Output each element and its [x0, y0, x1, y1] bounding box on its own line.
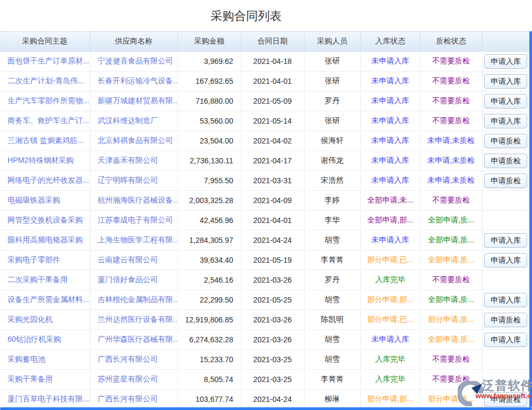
supplier-link[interactable]: 辽宁明晖有限公司	[98, 176, 158, 184]
stock-status-cell: 未申请入库	[360, 111, 420, 131]
apply-stock-in-button[interactable]: 申请入库	[484, 293, 527, 307]
qc-status: 不需要质检	[432, 76, 470, 85]
contract-subject-link[interactable]: 三湘古镇 盐焗素鸡筋...	[8, 136, 84, 145]
contract-subject-link[interactable]: 商务车、救护车生产订...	[8, 116, 89, 125]
supplier-link[interactable]: 武汉科维达制造厂	[98, 116, 158, 125]
contract-subject-link[interactable]: 网络电子的光纤收发器...	[8, 176, 89, 184]
supplier-link[interactable]: 吉林楷伦金属制品有限...	[98, 295, 178, 304]
stock-status-cell: 未申请入库	[360, 151, 420, 171]
person-cell: 李婷	[304, 191, 360, 211]
contract-subject-link[interactable]: 面包饼干生产订单原材...	[8, 56, 89, 65]
subject-cell: 眼科用高频电铬器采购	[0, 231, 90, 250]
subject-cell: 商务车、救护车生产订...	[0, 111, 90, 131]
contract-subject-link[interactable]: 网管型交换机设备采购	[8, 215, 83, 224]
amount-cell: 1,284,305.97	[178, 231, 241, 250]
date-cell: 2021-04-02	[241, 131, 304, 151]
contract-subject-link[interactable]: 采购蓄电池	[8, 355, 45, 363]
contract-subject-link[interactable]: 二次生产计划-青岛伟...	[8, 76, 84, 85]
contract-subject-link[interactable]: 60钴治疗机采购	[8, 335, 61, 343]
contract-subject-link[interactable]: 眼科用高频电铬器采购	[8, 235, 83, 244]
contract-subject-link[interactable]: 采购电子零部件	[8, 255, 60, 264]
stock-status: 入库完毕	[375, 375, 406, 383]
amount-cell: 716,880.00	[178, 91, 241, 111]
column-header-1: 采购合同主题	[0, 32, 90, 52]
qc-status: 不需要质检	[432, 355, 470, 363]
subject-cell: 采购蓄电池	[0, 350, 90, 370]
action-cell	[482, 191, 529, 211]
supplier-cell: 兰州达然医疗设备有限...	[90, 310, 178, 330]
action-cell	[482, 350, 529, 370]
contract-subject-link[interactable]: HPM2特殊钢材采购	[8, 156, 74, 164]
supplier-cell: 厦门倍好食品公司	[90, 270, 178, 290]
subject-cell: 设备生产所需金属材料...	[0, 290, 90, 310]
table-body: 面包饼干生产订单原材...宁波健喜食品有限公司3,969.622021-04-1…	[0, 52, 529, 409]
action-cell: 申请质检	[482, 310, 529, 330]
apply-qc-button[interactable]: 申请质检	[484, 313, 527, 327]
qc-status: 未申请,未质检	[428, 136, 475, 145]
supplier-cell: 天津嘉禾有限公司	[90, 151, 178, 171]
contract-subject-link[interactable]: 二次采购干果备用	[8, 275, 68, 284]
apply-stock-in-button[interactable]: 申请入库	[484, 54, 527, 69]
stock-status: 部分申请,已...	[367, 315, 414, 323]
supplier-link[interactable]: 云南建云有限公司	[98, 255, 158, 264]
apply-qc-button[interactable]: 申请质检	[484, 154, 527, 168]
qc-status-cell: 部分申请,质...	[420, 390, 482, 409]
apply-stock-in-button[interactable]: 申请入库	[484, 233, 527, 248]
stock-status: 入库完毕	[375, 355, 406, 363]
action-cell: 申请入库	[482, 250, 529, 270]
date-cell: 2021-04-17	[241, 151, 304, 171]
amount-cell: 2,546.16	[178, 270, 241, 290]
contract-subject-link[interactable]: 生产汽车零部件所需物...	[8, 96, 89, 105]
supplier-link[interactable]: 苏州蓝星有限公司	[98, 375, 158, 383]
contract-subject-link[interactable]: 厦门百草电子科技有限...	[8, 394, 89, 403]
supplier-link[interactable]: 上海生物医学工程有限...	[98, 235, 178, 244]
contract-subject-link[interactable]: 设备生产所需金属材料...	[8, 295, 89, 304]
qc-status-cell: 不需要质检	[420, 370, 482, 390]
supplier-link[interactable]: 厦门倍好食品公司	[98, 275, 158, 284]
supplier-cell: 广西长河有限公司	[90, 350, 178, 370]
stock-status-cell: 未申请入库	[360, 231, 420, 250]
supplier-link[interactable]: 宁波健喜食品有限公司	[98, 56, 173, 65]
apply-stock-in-button[interactable]: 申请入库	[484, 253, 527, 268]
supplier-link[interactable]: 北京鲜祺食品有限公司	[98, 136, 173, 145]
supplier-link[interactable]: 广西长河有限公司	[98, 355, 158, 363]
supplier-link[interactable]: 天津嘉禾有限公司	[98, 156, 158, 164]
contract-subject-link[interactable]: 电磁吸铁器采购	[8, 196, 60, 204]
action-cell: 申请质检	[482, 390, 529, 409]
apply-stock-in-button[interactable]: 申请入库	[484, 114, 527, 128]
apply-stock-in-button[interactable]: 申请入库	[484, 333, 527, 347]
qc-status-cell: 不需要质检	[420, 71, 482, 91]
qc-status-cell: 不需要质检	[420, 52, 482, 71]
supplier-link[interactable]: 新疆万城建材贸易有限...	[98, 96, 178, 105]
amount-cell: 12,919,806.85	[178, 310, 241, 330]
supplier-link[interactable]: 广州华森医疗器械有限...	[98, 335, 178, 343]
supplier-link[interactable]: 兰州达然医疗设备有限...	[98, 315, 178, 323]
person-cell: 胡雪	[304, 350, 360, 370]
supplier-link[interactable]: 长春开利运输冷气设备...	[98, 76, 178, 85]
contract-subject-link[interactable]: 采购光固化机	[8, 315, 53, 323]
supplier-link[interactable]: 广西长河有限公司	[98, 394, 158, 403]
apply-qc-button[interactable]: 申请质检	[484, 174, 527, 188]
vertical-scrollbar[interactable]	[529, 31, 532, 407]
amount-cell: 2,736,130.11	[178, 151, 241, 171]
apply-qc-button[interactable]: 申请质检	[484, 392, 527, 407]
horizontal-scrollbar[interactable]	[0, 407, 532, 410]
subject-cell: 采购干果备用	[0, 370, 90, 390]
subject-cell: 二次采购干果备用	[0, 270, 90, 290]
contract-subject-link[interactable]: 采购干果备用	[8, 375, 53, 383]
stock-status: 全部申请,未...	[367, 196, 414, 204]
supplier-link[interactable]: 江苏泰成电子有限公司	[98, 215, 173, 224]
table-row: 商务车、救护车生产订...武汉科维达制造厂53,560.002021-05-14…	[0, 111, 529, 131]
table-row: 眼科用高频电铬器采购上海生物医学工程有限...1,284,305.972021-…	[0, 231, 529, 250]
date-cell: 2021-04-24	[241, 231, 304, 250]
person-cell: 李华	[304, 211, 360, 231]
amount-cell: 23,504.00	[178, 131, 241, 151]
apply-qc-button[interactable]: 申请质检	[484, 134, 527, 148]
subject-cell: 60钴治疗机采购	[0, 330, 90, 350]
supplier-link[interactable]: 杭州瀚海医疗器械设备...	[98, 196, 178, 204]
qc-status: 不需要质检	[432, 275, 470, 284]
apply-stock-in-button[interactable]: 申请入库	[484, 94, 527, 109]
apply-stock-in-button[interactable]: 申请入库	[484, 74, 527, 89]
stock-status-cell: 未申请入库	[360, 91, 420, 111]
person-cell: 谢伟龙	[304, 151, 360, 171]
